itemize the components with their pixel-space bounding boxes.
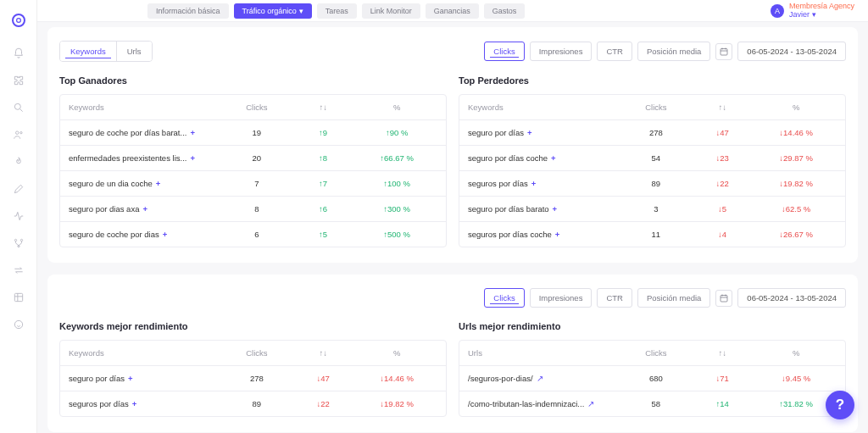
activity-icon[interactable] <box>13 210 25 222</box>
table-row[interactable]: /seguros-por-dias/ ↗680↓71↓9.45 % <box>459 366 845 391</box>
cell-label: seguro de coche por días barat... + <box>69 128 224 137</box>
calendar-icon <box>715 43 732 60</box>
metric-tab-clicks[interactable]: Clicks <box>484 42 524 61</box>
cell-clicks: 278 <box>224 374 290 383</box>
tab-tasks[interactable]: Tareas <box>317 3 357 19</box>
url-best-table: UrlsClicks↑↓%/seguros-por-dias/ ↗680↓71↓… <box>459 340 846 417</box>
grid-icon[interactable] <box>13 291 25 303</box>
table-header-row: KeywordsClicks↑↓% <box>60 341 446 366</box>
pencil-icon[interactable] <box>13 183 25 195</box>
logo[interactable] <box>12 14 25 27</box>
cell-clicks: 3 <box>623 204 689 214</box>
metric-tab-clicks-2[interactable]: Clicks <box>484 288 524 308</box>
metric-tab-avg-position-2[interactable]: Posición media <box>637 288 710 308</box>
cell-clicks: 89 <box>623 179 689 188</box>
expand-icon[interactable]: + <box>553 204 558 214</box>
help-fab[interactable]: ? <box>826 391 854 419</box>
tab-organic-traffic[interactable]: Tráfico orgánico ▾ <box>234 3 312 19</box>
cell-delta: ↑9 <box>290 128 356 137</box>
tab-link-monitor[interactable]: Link Monitor <box>362 3 420 19</box>
th-clicks: Clicks <box>224 103 290 112</box>
cell-pct: ↑500 % <box>356 230 437 239</box>
tab-organic-traffic-label: Tráfico orgánico <box>242 7 297 15</box>
expand-icon[interactable]: + <box>531 179 537 188</box>
cell-pct: ↓62.5 % <box>755 204 837 214</box>
cell-pct: ↑90 % <box>356 128 437 137</box>
svg-point-2 <box>15 131 19 135</box>
table-row[interactable]: seguros por días coche +11↓4↓26.67 % <box>459 222 845 247</box>
expand-icon[interactable]: + <box>128 374 133 383</box>
tab-earnings[interactable]: Ganancias <box>426 3 479 19</box>
cell-delta: ↑14 <box>689 399 755 408</box>
expand-icon[interactable]: + <box>132 399 137 408</box>
metric-tab-impressions[interactable]: Impresiones <box>530 42 593 61</box>
expand-icon[interactable]: + <box>190 128 195 137</box>
swap-icon[interactable] <box>13 264 25 276</box>
puzzle-icon[interactable] <box>13 75 25 86</box>
cell-label: seguros por días + <box>468 179 623 188</box>
metric-tab-impressions-2[interactable]: Impresiones <box>530 288 593 308</box>
metric-tab-ctr-2[interactable]: CTR <box>597 288 632 308</box>
tab-expenses[interactable]: Gastos <box>484 3 526 19</box>
tab-basic-info[interactable]: Información básica <box>147 3 229 19</box>
table-row[interactable]: /como-tributan-las-indemnizaci... ↗58↑14… <box>459 391 845 416</box>
metric-tabs-2: Clicks Impresiones CTR Posición media 06… <box>484 288 846 308</box>
panel-toolbar-2: Clicks Impresiones CTR Posición media 06… <box>59 288 846 308</box>
expand-icon[interactable]: + <box>142 204 147 214</box>
table-row[interactable]: seguro por días coche +54↓23↓29.87 % <box>459 146 845 171</box>
subtab-urls[interactable]: Urls <box>117 42 152 61</box>
svg-rect-10 <box>721 295 727 302</box>
external-link-icon[interactable]: ↗ <box>537 374 543 383</box>
table-header-row: KeywordsClicks↑↓% <box>459 95 845 120</box>
url-best-title: Urls mejor rendimiento <box>459 321 846 331</box>
svg-point-8 <box>14 320 22 328</box>
smile-icon[interactable] <box>13 319 25 330</box>
th-delta: ↑↓ <box>290 103 356 112</box>
table-row[interactable]: seguro por dias axa +8↑6↑300 % <box>60 197 446 222</box>
table-row[interactable]: seguro por días +278↓47↓14.46 % <box>60 366 446 391</box>
expand-icon[interactable]: + <box>163 230 168 239</box>
user-name: Javier▾ <box>789 11 854 19</box>
th-pct: % <box>755 103 837 112</box>
panel-toolbar: Keywords Urls Clicks Impresiones CTR Pos… <box>59 41 846 62</box>
metric-tab-ctr[interactable]: CTR <box>597 42 632 61</box>
user-menu[interactable]: A Membresía Agency Javier▾ <box>771 3 854 19</box>
table-row[interactable]: seguro de coche por días barat... +19↑9↑… <box>60 120 446 146</box>
content: Keywords Urls Clicks Impresiones CTR Pos… <box>37 0 868 432</box>
table-row[interactable]: seguro de un dia coche +7↑7↑100 % <box>60 171 446 197</box>
expand-icon[interactable]: + <box>551 153 556 163</box>
table-row[interactable]: seguros por días +89↓22↓19.82 % <box>60 391 446 416</box>
expand-icon[interactable]: + <box>527 128 532 137</box>
table-row[interactable]: seguro por días +278↓47↓14.46 % <box>459 120 845 146</box>
expand-icon[interactable]: + <box>555 230 560 239</box>
table-row[interactable]: seguro por días barato +3↓5↓62.5 % <box>459 197 845 222</box>
cell-pct: ↑66.67 % <box>356 153 437 163</box>
date-range-picker[interactable]: 06-05-2024 - 13-05-2024 <box>715 42 846 61</box>
expand-icon[interactable]: + <box>190 153 195 163</box>
flame-icon[interactable] <box>13 156 25 168</box>
bell-icon[interactable] <box>13 47 25 59</box>
cell-pct: ↑300 % <box>356 204 437 214</box>
search-icon[interactable] <box>13 102 25 114</box>
table-row[interactable]: enfermedades preexistentes lis... +20↑8↑… <box>60 146 446 171</box>
subtab-keywords[interactable]: Keywords <box>60 42 117 61</box>
date-range-label: 06-05-2024 - 13-05-2024 <box>737 42 846 61</box>
branch-icon[interactable] <box>13 237 25 249</box>
svg-point-4 <box>14 239 16 241</box>
date-range-picker-2[interactable]: 06-05-2024 - 13-05-2024 <box>715 288 846 308</box>
expand-icon[interactable]: + <box>156 179 161 188</box>
metric-tab-avg-position[interactable]: Posición media <box>637 42 710 61</box>
cell-clicks: 58 <box>623 399 689 408</box>
table-row[interactable]: seguro de coche por dias +6↑5↑500 % <box>60 222 446 247</box>
cell-clicks: 19 <box>224 128 290 137</box>
cell-label: seguro por días + <box>468 128 623 137</box>
winners-title: Top Ganadores <box>59 75 447 86</box>
cell-delta: ↓47 <box>290 374 356 383</box>
th-delta: ↑↓ <box>290 348 356 358</box>
table-row[interactable]: seguros por días +89↓22↓19.82 % <box>459 171 845 197</box>
users-icon[interactable] <box>13 129 25 141</box>
external-link-icon[interactable]: ↗ <box>587 399 594 408</box>
th-pct: % <box>356 348 437 358</box>
svg-rect-7 <box>14 293 22 301</box>
winners-table: KeywordsClicks↑↓%seguro de coche por día… <box>59 94 447 247</box>
